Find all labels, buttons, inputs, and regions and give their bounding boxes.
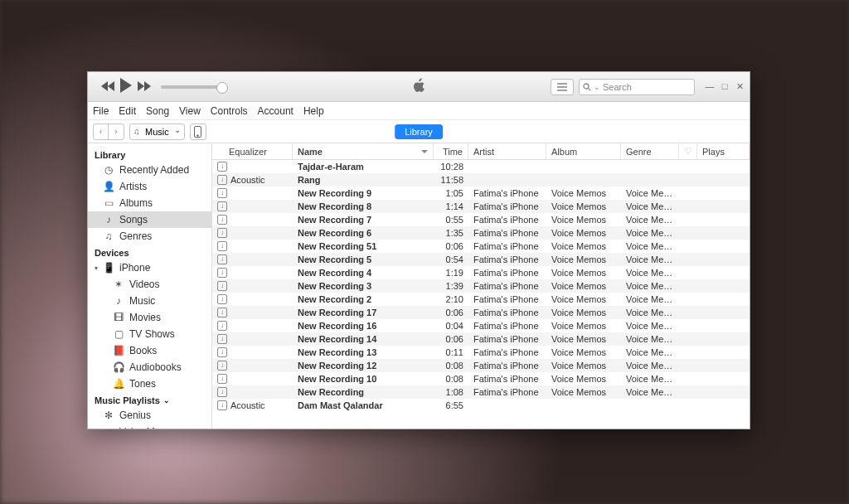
table-row[interactable]: ↓AcousticDam Mast Qalandar6:55	[212, 399, 750, 412]
device-button[interactable]	[190, 124, 206, 140]
tv-icon: ▢	[113, 328, 124, 340]
cell-genre: Voice Memo	[621, 334, 679, 344]
cell-time: 2:10	[434, 294, 468, 304]
table-row[interactable]: ↓New Recording 31:39Fatima's iPhoneVoice…	[212, 279, 750, 293]
svg-point-6	[197, 134, 199, 136]
minimize-button[interactable]: —	[705, 81, 715, 92]
sidebar-item-label: Albums	[119, 197, 153, 209]
col-time[interactable]: Time	[434, 143, 468, 159]
cell-name: New Recording 2	[293, 294, 434, 304]
table-row[interactable]: ↓New Recording 170:06Fatima's iPhoneVoic…	[212, 306, 750, 319]
cell-time: 1:35	[434, 228, 468, 238]
table-row[interactable]: ↓New Recording 41:19Fatima's iPhoneVoice…	[212, 266, 750, 279]
bell-icon: 🔔	[113, 378, 124, 390]
cell-genre: Voice Memo	[621, 188, 679, 198]
sidebar-item-songs[interactable]: ♪Songs	[88, 211, 211, 228]
cell-genre: Voice Memo	[621, 268, 679, 278]
sidebar-item-label: Recently Added	[119, 164, 189, 176]
cell-name: New Recording 4	[293, 268, 434, 278]
sidebar-item-voice-memos[interactable]: ≈Voice Memos	[88, 424, 211, 429]
col-plays[interactable]: Plays	[697, 143, 750, 159]
download-icon: ↓	[217, 308, 227, 317]
table-row[interactable]: ↓New Recording 61:35Fatima's iPhoneVoice…	[212, 226, 750, 240]
col-genre[interactable]: Genre	[621, 143, 679, 159]
col-artist[interactable]: Artist	[468, 143, 546, 159]
sidebar-item-videos[interactable]: ✶Videos	[88, 276, 211, 293]
sidebar-item-albums[interactable]: ▭Albums	[88, 195, 211, 211]
table-row[interactable]: ↓New Recording 510:06Fatima's iPhoneVoic…	[212, 240, 750, 253]
media-selector[interactable]: Music	[129, 124, 185, 140]
back-button[interactable]: ‹	[94, 124, 109, 139]
search-input[interactable]: ⌄ Search	[579, 79, 695, 95]
table-row[interactable]: ↓New Recording 50:54Fatima's iPhoneVoice…	[212, 253, 750, 266]
menu-account[interactable]: Account	[258, 105, 294, 117]
view-mode-button[interactable]	[551, 79, 574, 95]
table-row[interactable]: ↓New Recording 91:05Fatima's iPhoneVoice…	[212, 187, 750, 200]
sidebar-item-tones[interactable]: 🔔Tones	[88, 376, 211, 392]
cell-genre: Voice Memo	[621, 321, 679, 331]
volume-slider[interactable]	[161, 85, 223, 89]
note-icon: ♪	[113, 295, 124, 307]
cell-name: New Recording	[293, 387, 434, 397]
table-row[interactable]: ↓AcousticRang11:58	[212, 173, 750, 187]
sidebar-item-genius[interactable]: ✻Genius	[88, 407, 211, 424]
download-icon: ↓	[217, 215, 227, 225]
col-name[interactable]: Name	[293, 143, 434, 159]
col-love[interactable]: ♡	[679, 143, 697, 159]
close-button[interactable]: ✕	[735, 81, 745, 92]
sidebar-item-label: Genres	[119, 230, 152, 242]
prev-button[interactable]	[101, 80, 114, 94]
menu-controls[interactable]: Controls	[211, 105, 248, 117]
menu-view[interactable]: View	[179, 105, 201, 117]
forward-button[interactable]: ›	[109, 124, 124, 139]
cell-name: New Recording 9	[293, 188, 434, 198]
cell-time: 11:58	[434, 175, 468, 185]
maximize-button[interactable]: □	[720, 81, 730, 92]
menu-song[interactable]: Song	[146, 105, 169, 117]
sidebar-item-iphone[interactable]: ▾📱iPhone	[88, 259, 211, 276]
cell-time: 0:08	[434, 374, 468, 384]
table-row[interactable]: ↓New Recording 100:08Fatima's iPhoneVoic…	[212, 372, 750, 385]
sidebar-item-books[interactable]: 📕Books	[88, 342, 211, 359]
library-tab[interactable]: Library	[395, 124, 443, 139]
sidebar-item-artists[interactable]: 👤Artists	[88, 178, 211, 195]
sidebar-item-audiobooks[interactable]: 🎧Audiobooks	[88, 359, 211, 376]
cell-album: Voice Memos	[546, 294, 621, 304]
table-row[interactable]: ↓New Recording 81:14Fatima's iPhoneVoice…	[212, 200, 750, 213]
table-row[interactable]: ↓New Recording 130:11Fatima's iPhoneVoic…	[212, 346, 750, 359]
table-row[interactable]: ↓New Recording 120:08Fatima's iPhoneVoic…	[212, 359, 750, 372]
search-placeholder: Search	[603, 82, 632, 92]
download-icon: ↓	[217, 361, 227, 371]
sidebar-item-recently-added[interactable]: ◷Recently Added	[88, 162, 211, 178]
sidebar-item-genres[interactable]: ♫Genres	[88, 228, 211, 245]
cell-time: 1:14	[434, 201, 468, 211]
sidebar-item-movies[interactable]: 🎞Movies	[88, 309, 211, 326]
sidebar-item-music[interactable]: ♪Music	[88, 293, 211, 309]
video-icon: ✶	[113, 279, 124, 290]
cell-album: Voice Memos	[546, 361, 621, 371]
table-row[interactable]: ↓Tajdar-e-Haram10:28	[212, 160, 750, 173]
nav-bar: ‹ › Music Library	[88, 120, 750, 143]
history-nav: ‹ ›	[93, 124, 124, 140]
cell-genre: Voice Memo	[621, 228, 679, 238]
table-row[interactable]: ↓New Recording 22:10Fatima's iPhoneVoice…	[212, 293, 750, 306]
phone-icon	[194, 126, 201, 138]
menu-edit[interactable]: Edit	[119, 105, 136, 117]
col-equalizer[interactable]: Equalizer	[212, 143, 293, 159]
cell-artist: Fatima's iPhone	[468, 347, 546, 357]
menu-file[interactable]: File	[93, 105, 109, 117]
menu-help[interactable]: Help	[303, 105, 324, 117]
cell-album: Voice Memos	[546, 374, 621, 384]
next-button[interactable]	[138, 80, 151, 94]
table-row[interactable]: ↓New Recording 140:06Fatima's iPhoneVoic…	[212, 332, 750, 346]
cell-name: New Recording 5	[293, 254, 434, 264]
download-icon: ↓	[217, 387, 227, 397]
table-row[interactable]: ↓New Recording1:08Fatima's iPhoneVoice M…	[212, 385, 750, 399]
table-row[interactable]: ↓New Recording 160:04Fatima's iPhoneVoic…	[212, 319, 750, 332]
sidebar-item-label: Books	[129, 345, 157, 356]
col-album[interactable]: Album	[546, 143, 621, 159]
sidebar-item-tv-shows[interactable]: ▢TV Shows	[88, 326, 211, 342]
table-row[interactable]: ↓New Recording 70:55Fatima's iPhoneVoice…	[212, 213, 750, 226]
play-button[interactable]	[119, 78, 133, 96]
cell-genre: Voice Memo	[621, 201, 679, 211]
